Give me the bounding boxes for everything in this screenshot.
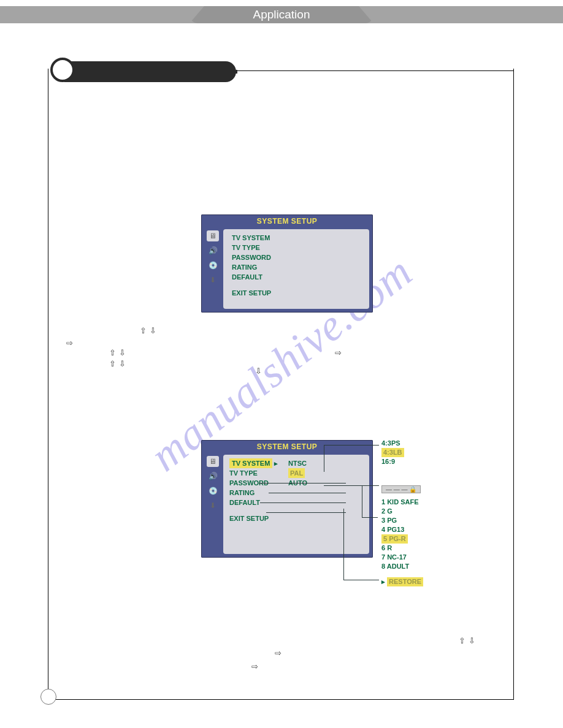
osd1-title: SYSTEM SETUP <box>201 214 373 227</box>
osd2-item-tv-type[interactable]: TV TYPE <box>229 468 278 478</box>
up-arrow-icon: ⇧ <box>109 359 116 368</box>
digital-icon: ⬇ <box>207 500 219 511</box>
connector-line <box>362 485 362 517</box>
opt-pgr[interactable]: 5 PG-R <box>381 534 419 544</box>
connector-line <box>324 445 324 472</box>
osd1-item-tv-system[interactable]: TV SYSTEM <box>232 233 271 243</box>
down-arrow-icon: ⇩ <box>119 359 126 368</box>
up-arrow-icon: ⇧ <box>459 636 465 645</box>
opt-nc17[interactable]: 7 NC-17 <box>381 553 419 562</box>
opt-pg13[interactable]: 4 PG13 <box>381 525 419 534</box>
right-arrow-icon: ⇨ <box>275 648 282 658</box>
up-arrow-icon: ⇧ <box>109 348 116 357</box>
speaker-icon: 🔊 <box>207 245 219 256</box>
down-arrow-icon: ⇩ <box>255 366 262 376</box>
osd1-item-default[interactable]: DEFAULT <box>232 272 271 282</box>
connector-line <box>343 580 379 580</box>
monitor-icon: 🖥 <box>207 230 219 241</box>
monitor-icon: 🖥 <box>207 456 219 467</box>
osd1-icon-rail: 🖥 🔊 💿 ⬇ <box>205 230 221 286</box>
page-frame <box>48 69 514 700</box>
osd1-body: TV SYSTEM TV TYPE PASSWORD RATING DEFAUL… <box>223 229 369 309</box>
opt-adult[interactable]: 8 ADULT <box>381 562 419 571</box>
osd-panel-2: SYSTEM SETUP 🖥 🔊 💿 ⬇ TV SYSTEM ▸ TV TYPE… <box>201 440 373 558</box>
opt-restore[interactable]: RESTORE <box>387 577 423 586</box>
osd2-body: TV SYSTEM ▸ TV TYPE PASSWORD RATING DEFA… <box>223 455 369 554</box>
opt-16-9[interactable]: 16:9 <box>381 457 404 466</box>
osd1-item-password[interactable]: PASSWORD <box>232 252 271 262</box>
osd-panel-1: SYSTEM SETUP 🖥 🔊 💿 ⬇ TV SYSTEM TV TYPE P… <box>201 214 373 313</box>
speaker-icon: 🔊 <box>207 471 219 482</box>
osd1-item-tv-type[interactable]: TV TYPE <box>232 243 271 252</box>
osd1-item-rating[interactable]: RATING <box>232 262 271 272</box>
opt-r[interactable]: 6 R <box>381 544 419 553</box>
connector-line <box>362 517 378 518</box>
down-arrow-icon: ⇩ <box>150 326 156 335</box>
down-arrow-icon: ⇩ <box>119 348 126 357</box>
opt-pg[interactable]: 3 PG <box>381 516 419 525</box>
disc-icon: 💿 <box>207 260 219 271</box>
right-arrow-icon: ⇨ <box>66 338 73 347</box>
opt-4-3ps[interactable]: 4:3PS <box>381 439 404 448</box>
opt-kidsafe[interactable]: 1 KID SAFE <box>381 498 419 507</box>
password-badge: — — — 🔒 <box>381 485 421 493</box>
section-title-bullet <box>50 58 75 82</box>
opt-ntsc[interactable]: NTSC <box>288 458 307 468</box>
page-number-circle <box>40 689 56 705</box>
opt-4-3lb[interactable]: 4:3LB <box>381 448 404 457</box>
osd2-icon-rail: 🖥 🔊 💿 ⬇ <box>205 456 221 511</box>
header-title: Application <box>190 6 373 23</box>
osd2-menu: TV SYSTEM ▸ TV TYPE PASSWORD RATING DEFA… <box>229 458 278 523</box>
osd1-menu: TV SYSTEM TV TYPE PASSWORD RATING DEFAUL… <box>232 233 271 298</box>
osd2-item-tv-system[interactable]: TV SYSTEM ▸ <box>229 458 278 468</box>
opt-pal[interactable]: PAL <box>288 468 307 478</box>
osd2-item-tv-system-label: TV SYSTEM <box>229 458 272 468</box>
osd1-item-exit[interactable]: EXIT SETUP <box>232 288 271 298</box>
connector-line <box>324 445 379 446</box>
password-box-value: — — — 🔒 <box>381 483 421 494</box>
connector-line <box>324 485 379 486</box>
tvtype-options: 4:3PS 4:3LB 16:9 <box>381 439 404 466</box>
osd2-title: SYSTEM SETUP <box>201 440 373 452</box>
header-bar: Application <box>0 6 563 23</box>
osd2-item-exit[interactable]: EXIT SETUP <box>229 514 278 523</box>
digital-icon: ⬇ <box>207 275 219 286</box>
down-arrow-icon: ⇩ <box>469 636 475 645</box>
up-arrow-icon: ⇧ <box>140 326 147 335</box>
opt-g[interactable]: 2 G <box>381 507 419 516</box>
connector-line <box>343 509 344 580</box>
disc-icon: 💿 <box>207 485 219 496</box>
right-arrow-icon: ⇨ <box>251 662 258 671</box>
default-option: ▸ RESTORE <box>381 577 423 586</box>
rating-options: 1 KID SAFE 2 G 3 PG 4 PG13 5 PG-R 6 R 7 … <box>381 498 419 571</box>
right-arrow-icon: ⇨ <box>335 348 342 357</box>
